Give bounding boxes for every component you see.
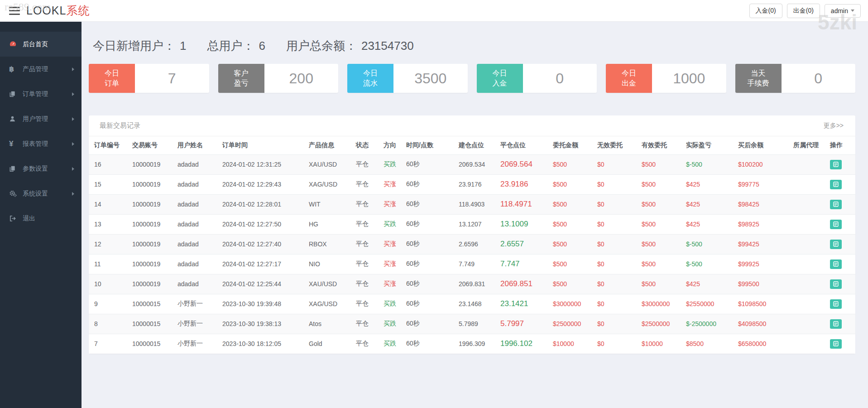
stat-value: 0 bbox=[782, 64, 856, 93]
cell-balance: $100200 bbox=[736, 154, 791, 174]
sidebar-item-reports[interactable]: ¥ 报表管理 bbox=[0, 131, 82, 156]
cell-valid: $500 bbox=[640, 254, 684, 274]
cell-account: 10000019 bbox=[130, 274, 176, 294]
cell-agent bbox=[791, 214, 828, 234]
cell-amount: $500 bbox=[551, 174, 595, 194]
user-menu[interactable]: admin bbox=[825, 4, 861, 18]
view-order-button[interactable] bbox=[830, 339, 842, 349]
view-order-button[interactable] bbox=[830, 240, 842, 249]
cell-action bbox=[828, 174, 855, 194]
cell-open: 2069.831 bbox=[457, 274, 499, 294]
cell-account: 10000015 bbox=[130, 294, 176, 314]
cell-period: 60秒 bbox=[404, 254, 457, 274]
cell-valid: $2500000 bbox=[640, 314, 684, 334]
cell-id: 14 bbox=[89, 194, 130, 214]
view-order-button[interactable] bbox=[830, 299, 842, 309]
cell-amount: $500 bbox=[551, 234, 595, 254]
sidebar-item-products[interactable]: ฿ 产品管理 bbox=[0, 57, 82, 82]
cell-agent bbox=[791, 194, 828, 214]
cell-product: WIT bbox=[307, 194, 354, 214]
cell-status: 平仓 bbox=[354, 154, 382, 174]
order-detail-icon bbox=[833, 261, 839, 267]
cell-amount: $3000000 bbox=[551, 294, 595, 314]
view-order-button[interactable] bbox=[830, 160, 842, 169]
transactions-table: 订单编号 交易账号 用户姓名 订单时间 产品信息 状态 方向 时间/点数 建仓点… bbox=[89, 136, 855, 354]
panel-title: 最新交易记录 bbox=[100, 121, 140, 130]
menu-toggle-icon[interactable] bbox=[9, 7, 20, 15]
view-order-button[interactable] bbox=[830, 319, 842, 329]
order-detail-icon bbox=[833, 182, 839, 187]
col-header: 交易账号 bbox=[130, 136, 176, 154]
sidebar-item-system-settings[interactable]: 系统设置 bbox=[0, 181, 82, 206]
topbar: LOOKL系统 入金(0) 出金(0) admin bbox=[0, 0, 868, 22]
cell-invalid: $0 bbox=[595, 294, 640, 314]
cell-account: 10000019 bbox=[130, 154, 176, 174]
more-link[interactable]: 更多>> bbox=[824, 122, 844, 130]
cell-account: 10000019 bbox=[130, 254, 176, 274]
view-order-button[interactable] bbox=[830, 279, 842, 289]
cell-product: XAG/USD bbox=[307, 174, 354, 194]
user-icon bbox=[9, 115, 23, 122]
withdraw-button[interactable]: 出金(0) bbox=[787, 4, 820, 18]
cell-time: 2023-10-30 19:38:13 bbox=[221, 314, 307, 334]
cell-direction: 买跌 bbox=[382, 214, 404, 234]
sidebar-item-users[interactable]: 用户管理 bbox=[0, 106, 82, 131]
sidebar-item-label: 系统设置 bbox=[23, 190, 48, 198]
cell-name: 小野新一 bbox=[176, 334, 221, 354]
cell-valid: $10000 bbox=[640, 334, 684, 354]
order-detail-icon bbox=[833, 162, 839, 167]
sidebar-item-dashboard[interactable]: 后台首页 bbox=[0, 32, 82, 57]
stat-card-today-withdrawals: 今日出金 1000 bbox=[606, 64, 726, 93]
view-order-button[interactable] bbox=[830, 200, 842, 209]
chevron-right-icon bbox=[72, 192, 74, 196]
table-row: 1410000019adadad2024-01-02 12:28:01WIT平仓… bbox=[89, 194, 855, 214]
cell-amount: $500 bbox=[551, 214, 595, 234]
cell-id: 13 bbox=[89, 214, 130, 234]
cell-open: 23.9176 bbox=[457, 174, 499, 194]
stat-card-client-pnl: 客户盈亏 200 bbox=[218, 64, 339, 93]
cell-status: 平仓 bbox=[354, 234, 382, 254]
cell-name: adadad bbox=[176, 274, 221, 294]
cell-product: Gold bbox=[307, 334, 354, 354]
sidebar-item-logout[interactable]: 退出 bbox=[0, 206, 82, 231]
view-order-button[interactable] bbox=[830, 180, 842, 189]
chevron-right-icon bbox=[72, 142, 74, 146]
cell-account: 10000015 bbox=[130, 314, 176, 334]
view-order-button[interactable] bbox=[830, 259, 842, 269]
cell-amount: $500 bbox=[551, 194, 595, 214]
deposit-button[interactable]: 入金(0) bbox=[749, 4, 782, 18]
stat-value: 0 bbox=[523, 64, 597, 93]
logo-accent-text: 系统 bbox=[66, 4, 90, 17]
cell-direction: 买涨 bbox=[382, 194, 404, 214]
stat-value: 3500 bbox=[393, 64, 468, 93]
cell-id: 7 bbox=[89, 334, 130, 354]
cell-status: 平仓 bbox=[354, 174, 382, 194]
cell-amount: $2500000 bbox=[551, 314, 595, 334]
cell-open: 118.4903 bbox=[457, 194, 499, 214]
col-header: 时间/点数 bbox=[404, 136, 457, 154]
cell-amount: $500 bbox=[551, 254, 595, 274]
cell-agent bbox=[791, 334, 828, 354]
view-order-button[interactable] bbox=[830, 220, 842, 229]
cell-action bbox=[828, 314, 855, 334]
cell-direction: 买涨 bbox=[382, 274, 404, 294]
table-header-row: 订单编号 交易账号 用户姓名 订单时间 产品信息 状态 方向 时间/点数 建仓点… bbox=[89, 136, 855, 154]
cell-period: 60秒 bbox=[404, 234, 457, 254]
col-header: 订单编号 bbox=[89, 136, 130, 154]
col-header: 实际盈亏 bbox=[684, 136, 736, 154]
sidebar-item-orders[interactable]: 订单管理 bbox=[0, 82, 82, 106]
cell-period: 60秒 bbox=[404, 334, 457, 354]
cell-open: 7.749 bbox=[457, 254, 499, 274]
cell-amount: $500 bbox=[551, 274, 595, 294]
chevron-right-icon bbox=[72, 67, 74, 71]
cell-amount: $500 bbox=[551, 154, 595, 174]
cell-name: adadad bbox=[176, 234, 221, 254]
cell-period: 60秒 bbox=[404, 314, 457, 334]
table-row: 710000015小野新一2023-10-30 18:12:05Gold平仓买跌… bbox=[89, 334, 855, 354]
cell-time: 2024-01-02 12:27:17 bbox=[221, 254, 307, 274]
sidebar-item-parameters[interactable]: 参数设置 bbox=[0, 156, 82, 181]
cell-agent bbox=[791, 234, 828, 254]
cell-open: 23.1468 bbox=[457, 294, 499, 314]
new-users-value: 1 bbox=[180, 39, 186, 53]
cell-open: 1996.309 bbox=[457, 334, 499, 354]
